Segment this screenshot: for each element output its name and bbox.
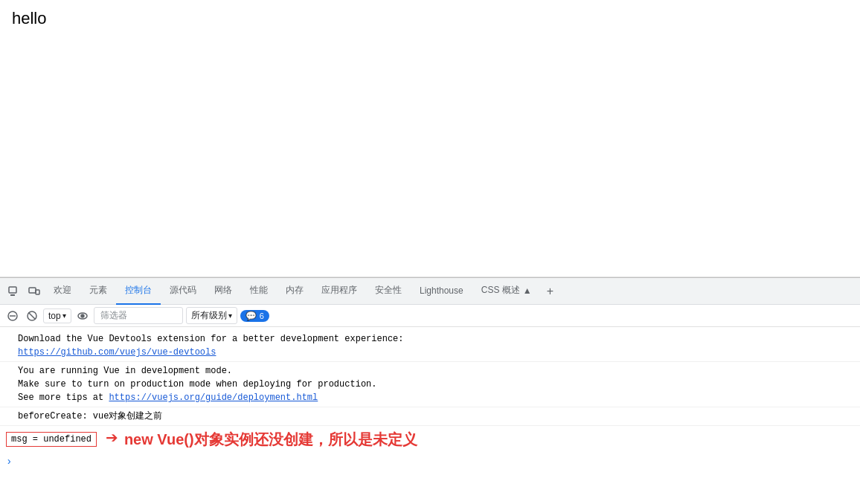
msg-undefined-line: msg = undefined ➔ new Vue()对象实例还没创建，所以是未…	[0, 426, 860, 453]
svg-rect-0	[9, 287, 16, 293]
chevron-down-icon: ▾	[228, 311, 232, 320]
chevron-down-icon: ▾	[62, 311, 66, 320]
arrow-container: ➔ new Vue()对象实例还没创建，所以是未定义	[106, 429, 417, 450]
console-line-beforecreate: beforeCreate: vue对象创建之前	[0, 407, 860, 426]
tab-welcome[interactable]: 欢迎	[45, 278, 80, 305]
badge-count: 6	[260, 311, 264, 320]
device-toolbar-icon[interactable]	[24, 281, 45, 302]
svg-rect-3	[36, 290, 39, 294]
tab-elements[interactable]: 元素	[80, 278, 116, 305]
right-arrow-icon: ➔	[106, 429, 118, 450]
deployment-link[interactable]: https://vuejs.org/guide/deployment.html	[109, 392, 318, 403]
console-line: You are running Vue in development mode.…	[0, 362, 860, 407]
tab-application[interactable]: 应用程序	[312, 278, 366, 305]
console-line: Download the Vue Devtools extension for …	[0, 330, 860, 362]
devtools-link[interactable]: https://github.com/vuejs/vue-devtools	[18, 347, 216, 358]
annotation-text: new Vue()对象实例还没创建，所以是未定义	[124, 430, 417, 450]
svg-rect-2	[29, 288, 36, 293]
prompt-chevron-icon: ›	[6, 456, 12, 468]
svg-line-7	[29, 312, 36, 319]
console-output[interactable]: Download the Vue Devtools extension for …	[0, 327, 860, 504]
devtools-tab-bar: 欢迎 元素 控制台 源代码 网络 性能 内存 应用程序 安全性 Lighthou…	[0, 278, 860, 305]
browser-viewport: hello	[0, 0, 860, 277]
hello-text: hello	[12, 9, 46, 28]
tab-sources[interactable]: 源代码	[161, 278, 205, 305]
context-selector[interactable]: top ▾	[43, 308, 71, 323]
filter-input[interactable]: 筛选器	[94, 307, 183, 324]
eye-icon[interactable]	[74, 308, 91, 324]
add-tab-button[interactable]: +	[541, 278, 559, 305]
tab-network[interactable]: 网络	[205, 278, 241, 305]
svg-rect-1	[10, 294, 15, 296]
log-level-selector[interactable]: 所有级别 ▾	[186, 307, 237, 324]
inspect-element-icon[interactable]	[3, 281, 24, 302]
tab-security[interactable]: 安全性	[366, 278, 411, 305]
context-label: top	[48, 311, 61, 321]
tab-lighthouse[interactable]: Lighthouse	[411, 278, 472, 305]
tab-performance[interactable]: 性能	[241, 278, 277, 305]
svg-point-9	[81, 314, 84, 317]
console-prompt[interactable]: ›	[0, 453, 860, 471]
css-overview-icon: ▲	[523, 285, 532, 296]
tab-memory[interactable]: 内存	[277, 278, 312, 305]
tab-console[interactable]: 控制台	[116, 278, 161, 305]
devtools-panel: 欢迎 元素 控制台 源代码 网络 性能 内存 应用程序 安全性 Lighthou…	[0, 277, 860, 504]
clear-console-icon[interactable]	[4, 308, 21, 324]
tab-css-overview[interactable]: CSS 概述 ▲	[472, 278, 541, 305]
level-label: 所有级别	[191, 309, 227, 322]
block-icon[interactable]	[24, 308, 40, 324]
message-count-badge: 💬 6	[240, 310, 269, 322]
console-toolbar: top ▾ 筛选器 所有级别 ▾ 💬 6	[0, 305, 860, 327]
msg-code: msg = undefined	[6, 432, 97, 447]
